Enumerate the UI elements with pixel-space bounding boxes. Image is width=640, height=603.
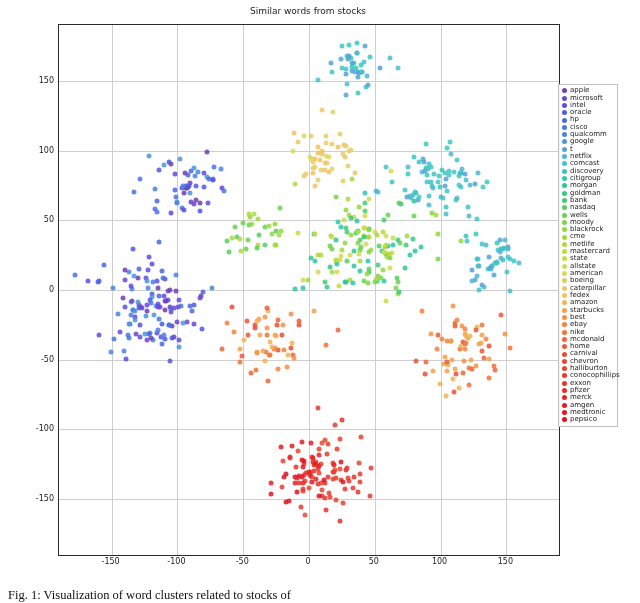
x-tick-label: 150	[498, 557, 513, 566]
scatter-point	[498, 313, 503, 318]
scatter-point	[128, 283, 133, 288]
scatter-point	[425, 166, 430, 171]
scatter-point	[180, 321, 185, 326]
scatter-point	[363, 242, 368, 247]
scatter-point	[324, 154, 329, 159]
scatter-point	[384, 243, 389, 248]
scatter-point	[276, 367, 281, 372]
scatter-point	[454, 317, 459, 322]
scatter-point	[366, 258, 371, 263]
legend-swatch-icon	[562, 249, 567, 254]
scatter-point	[491, 272, 496, 277]
legend-swatch-icon	[562, 366, 567, 371]
scatter-point	[365, 82, 370, 87]
y-tick-label: -150	[36, 494, 54, 503]
scatter-point	[230, 236, 235, 241]
scatter-point	[469, 278, 474, 283]
scatter-point	[473, 181, 478, 186]
scatter-point	[434, 347, 439, 352]
scatter-point	[278, 206, 283, 211]
scatter-point	[229, 305, 234, 310]
scatter-point	[159, 342, 164, 347]
scatter-point	[341, 500, 346, 505]
scatter-point	[452, 170, 457, 175]
scatter-point	[299, 458, 304, 463]
scatter-point	[383, 298, 388, 303]
scatter-point	[480, 242, 485, 247]
scatter-point	[316, 177, 321, 182]
legend-swatch-icon	[562, 403, 567, 408]
scatter-point	[182, 171, 187, 176]
scatter-point	[486, 254, 491, 259]
scatter-point	[364, 74, 369, 79]
scatter-point	[322, 279, 327, 284]
scatter-point	[265, 326, 270, 331]
grid-line-horizontal	[59, 499, 559, 500]
scatter-point	[335, 269, 340, 274]
scatter-point	[356, 251, 361, 256]
scatter-point	[444, 188, 449, 193]
scatter-point	[324, 141, 329, 146]
scatter-point	[294, 490, 299, 495]
legend-swatch-icon	[562, 315, 567, 320]
legend-swatch-icon	[562, 344, 567, 349]
scatter-point	[328, 264, 333, 269]
legend-swatch-icon	[562, 139, 567, 144]
scatter-point	[368, 55, 373, 60]
scatter-point	[123, 304, 128, 309]
scatter-point	[301, 278, 306, 283]
scatter-point	[288, 454, 293, 459]
scatter-point	[295, 231, 300, 236]
scatter-point	[138, 305, 143, 310]
scatter-point	[355, 41, 360, 46]
scatter-point	[294, 464, 299, 469]
scatter-point	[109, 349, 114, 354]
scatter-point	[355, 489, 360, 494]
scatter-point	[450, 303, 455, 308]
chart-figure: Similar words from stocks applemicrosoft…	[24, 6, 622, 586]
scatter-point	[136, 300, 141, 305]
scatter-point	[444, 205, 449, 210]
legend-swatch-icon	[562, 417, 567, 422]
scatter-point	[337, 283, 342, 288]
scatter-point	[302, 133, 307, 138]
scatter-point	[411, 154, 416, 159]
legend-swatch-icon	[562, 198, 567, 203]
scatter-point	[487, 375, 492, 380]
scatter-point	[417, 160, 422, 165]
scatter-point	[311, 170, 316, 175]
x-tick-label: -50	[236, 557, 249, 566]
scatter-point	[335, 145, 340, 150]
scatter-point	[189, 200, 194, 205]
scatter-point	[282, 347, 287, 352]
scatter-point	[121, 349, 126, 354]
scatter-point	[137, 267, 142, 272]
scatter-point	[375, 262, 380, 267]
scatter-point	[388, 256, 393, 261]
scatter-point	[475, 273, 480, 278]
scatter-point	[468, 182, 473, 187]
scatter-point	[375, 232, 380, 237]
scatter-point	[344, 81, 349, 86]
scatter-point	[134, 331, 139, 336]
scatter-point	[288, 346, 293, 351]
scatter-point	[117, 329, 122, 334]
scatter-point	[330, 70, 335, 75]
scatter-point	[436, 232, 441, 237]
scatter-point	[311, 159, 316, 164]
scatter-point	[473, 232, 478, 237]
scatter-point	[153, 187, 158, 192]
scatter-point	[328, 60, 333, 65]
scatter-point	[73, 273, 78, 278]
legend-swatch-icon	[562, 96, 567, 101]
legend-swatch-icon	[562, 381, 567, 386]
scatter-point	[423, 141, 428, 146]
legend-swatch-icon	[562, 300, 567, 305]
legend-swatch-icon	[562, 352, 567, 357]
scatter-point	[146, 331, 151, 336]
scatter-point	[345, 163, 350, 168]
scatter-point	[270, 344, 275, 349]
scatter-point	[361, 278, 366, 283]
scatter-point	[411, 236, 416, 241]
y-tick-label: -100	[36, 424, 54, 433]
